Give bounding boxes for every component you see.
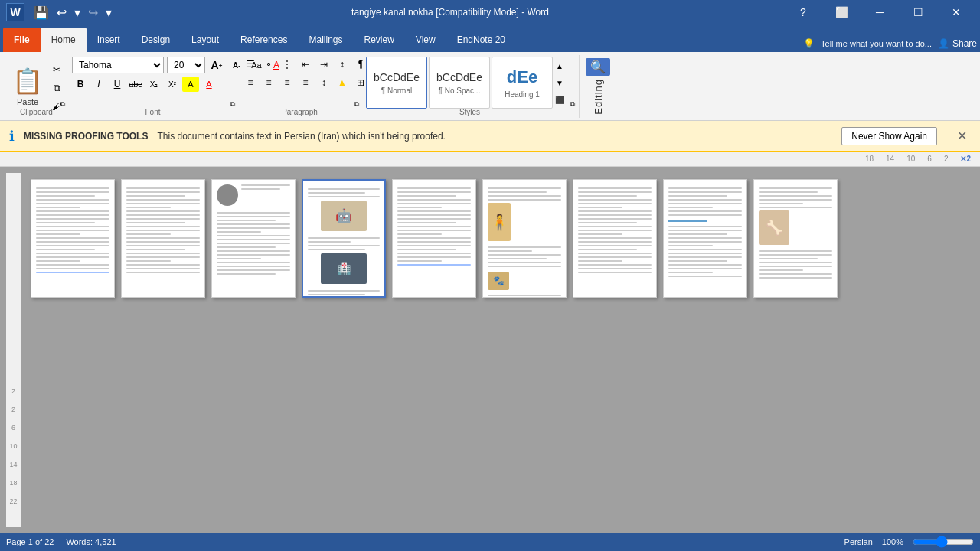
notification-title: MISSING PROOFING TOOLS bbox=[24, 131, 148, 142]
clipboard-expand[interactable]: ⧉ bbox=[60, 100, 65, 109]
notification-close-button[interactable]: ✕ bbox=[952, 127, 971, 145]
editing-section: 🔍 Editing bbox=[579, 55, 616, 118]
paragraph-expand[interactable]: ⧉ bbox=[354, 100, 359, 109]
tab-endnote[interactable]: EndNote 20 bbox=[446, 28, 516, 52]
style-no-spacing[interactable]: bCcDdEe ¶ No Spac... bbox=[429, 57, 490, 109]
tab-mailings[interactable]: Mailings bbox=[298, 28, 353, 52]
numbering-button[interactable]: ⚬ bbox=[260, 57, 277, 72]
never-show-again-button[interactable]: Never Show Again bbox=[841, 127, 937, 145]
line-spacing-button[interactable]: ↕ bbox=[315, 75, 332, 90]
ribbon-search-text[interactable]: Tell me what you want to do... bbox=[821, 39, 932, 48]
font-expand[interactable]: ⧉ bbox=[230, 100, 235, 109]
status-bar: Page 1 of 22 Words: 4,521 Persian 100% bbox=[0, 533, 980, 551]
italic-button[interactable]: I bbox=[90, 77, 107, 92]
search-button[interactable]: 🔍 bbox=[586, 58, 610, 76]
align-left-button[interactable]: ≡ bbox=[242, 75, 259, 90]
save-button[interactable]: 💾 bbox=[31, 4, 52, 21]
page-7-content bbox=[578, 184, 652, 273]
undo-dropdown[interactable]: ▾ bbox=[71, 4, 83, 21]
title-bar: W 💾 ↩ ▾ ↪ ▾ tangiye kanal nokha [Compati… bbox=[0, 0, 980, 24]
page-9-top bbox=[759, 184, 832, 208]
status-right: Persian 100% bbox=[844, 536, 974, 548]
page-3-lines bbox=[217, 209, 290, 275]
help-button[interactable]: ? bbox=[786, 0, 821, 24]
tab-view[interactable]: View bbox=[405, 28, 446, 52]
paragraph-row1: ☰ ⚬ ⋮ ⇤ ⇥ ↕ ¶ bbox=[242, 57, 369, 72]
page-1-content bbox=[36, 184, 109, 273]
align-center-button[interactable]: ≡ bbox=[260, 75, 277, 90]
subscript-button[interactable]: X₂ bbox=[145, 77, 162, 92]
title-bar-left: W 💾 ↩ ▾ ↪ ▾ bbox=[6, 3, 115, 21]
ruler-numbers: 18 14 10 6 2 ✕2 bbox=[865, 155, 977, 163]
sort-button[interactable]: ↕ bbox=[334, 57, 351, 72]
font-grow-button[interactable]: A+ bbox=[208, 57, 225, 73]
paste-button[interactable]: 📋 Paste bbox=[9, 64, 46, 109]
superscript-button[interactable]: X² bbox=[164, 77, 181, 92]
ribbon-tabs: File Home Insert Design Layout Reference… bbox=[0, 24, 980, 52]
underline-button[interactable]: U bbox=[109, 77, 126, 92]
zoom-slider[interactable] bbox=[913, 536, 974, 548]
paragraph-row2: ≡ ≡ ≡ ≡ ↕ ▲ ⊞ bbox=[242, 75, 369, 90]
undo-button[interactable]: ↩ bbox=[54, 4, 70, 21]
close-button[interactable]: ✕ bbox=[939, 0, 974, 24]
styles-more-button[interactable]: ⬛ bbox=[554, 92, 565, 107]
page-6-bottom: 🐾 bbox=[488, 243, 561, 296]
style-no-spacing-sample: bCcDdEe bbox=[436, 71, 482, 83]
paste-label: Paste bbox=[17, 97, 38, 106]
ribbon-display-button[interactable]: ⬜ bbox=[824, 0, 859, 24]
redo-button[interactable]: ↪ bbox=[85, 4, 101, 21]
tab-insert[interactable]: Insert bbox=[87, 28, 131, 52]
word-icon: W bbox=[6, 3, 24, 21]
tab-layout[interactable]: Layout bbox=[181, 28, 230, 52]
horizontal-ruler: 18 14 10 6 2 ✕2 bbox=[0, 152, 980, 167]
page-1[interactable] bbox=[31, 179, 115, 298]
page-3[interactable] bbox=[211, 179, 296, 298]
justify-button[interactable]: ≡ bbox=[297, 75, 314, 90]
customize-qat[interactable]: ▾ bbox=[103, 4, 115, 21]
tab-file[interactable]: File bbox=[3, 28, 41, 52]
notification-bar: ℹ MISSING PROOFING TOOLS This document c… bbox=[0, 121, 980, 152]
styles-up-button[interactable]: ▲ bbox=[554, 58, 565, 73]
page-9[interactable]: 🦴 bbox=[753, 179, 838, 298]
page-4[interactable]: 🤖 🏥 bbox=[302, 179, 386, 298]
clipboard-label: Clipboard bbox=[6, 108, 67, 116]
text-highlight-button[interactable]: A bbox=[182, 77, 199, 92]
page-6[interactable]: 🧍 🐾 bbox=[482, 179, 567, 298]
font-family-select[interactable]: Tahoma bbox=[72, 57, 164, 73]
tab-references[interactable]: References bbox=[230, 28, 298, 52]
bullets-button[interactable]: ☰ bbox=[242, 57, 259, 72]
minimize-button[interactable]: ─ bbox=[862, 0, 897, 24]
tab-design[interactable]: Design bbox=[131, 28, 181, 52]
styles-down-button[interactable]: ▼ bbox=[554, 75, 565, 90]
language-indicator[interactable]: Persian bbox=[844, 537, 873, 546]
align-right-button[interactable]: ≡ bbox=[279, 75, 296, 90]
tab-home[interactable]: Home bbox=[41, 28, 87, 52]
page-5[interactable] bbox=[392, 179, 476, 298]
decrease-indent-button[interactable]: ⇤ bbox=[297, 57, 314, 72]
page-4-image: 🤖 bbox=[321, 201, 367, 231]
page-7[interactable] bbox=[573, 179, 657, 298]
styles-expand[interactable]: ⧉ bbox=[570, 100, 575, 109]
page-2-content bbox=[126, 184, 200, 273]
maximize-button[interactable]: ☐ bbox=[900, 0, 936, 24]
cut-button[interactable]: ✂ bbox=[47, 62, 66, 77]
copy-button[interactable]: ⧉ bbox=[47, 80, 66, 96]
page-2[interactable] bbox=[121, 179, 205, 298]
multilevel-button[interactable]: ⋮ bbox=[279, 57, 296, 72]
page-8[interactable] bbox=[663, 179, 747, 298]
bold-button[interactable]: B bbox=[72, 77, 89, 92]
zoom-level: 100% bbox=[882, 537, 903, 546]
page-6-image: 🧍 bbox=[488, 203, 511, 241]
font-group: Tahoma 20 A+ A- Aa A B I U abc X₂ X² A A… bbox=[69, 55, 237, 118]
shading-button[interactable]: ▲ bbox=[334, 75, 351, 90]
strikethrough-button[interactable]: abc bbox=[127, 77, 144, 92]
tab-review[interactable]: Review bbox=[353, 28, 404, 52]
pages-area: 🤖 🏥 bbox=[24, 173, 974, 527]
vertical-ruler: 2 2 6 10 14 18 22 bbox=[6, 173, 21, 527]
font-size-select[interactable]: 20 bbox=[167, 57, 205, 73]
style-heading1[interactable]: dEe Heading 1 bbox=[492, 57, 553, 109]
style-normal[interactable]: bCcDdEe ¶ Normal bbox=[366, 57, 427, 109]
font-color-button[interactable]: A bbox=[201, 77, 217, 92]
share-button[interactable]: 👤 Share bbox=[938, 38, 977, 52]
increase-indent-button[interactable]: ⇥ bbox=[315, 57, 332, 72]
